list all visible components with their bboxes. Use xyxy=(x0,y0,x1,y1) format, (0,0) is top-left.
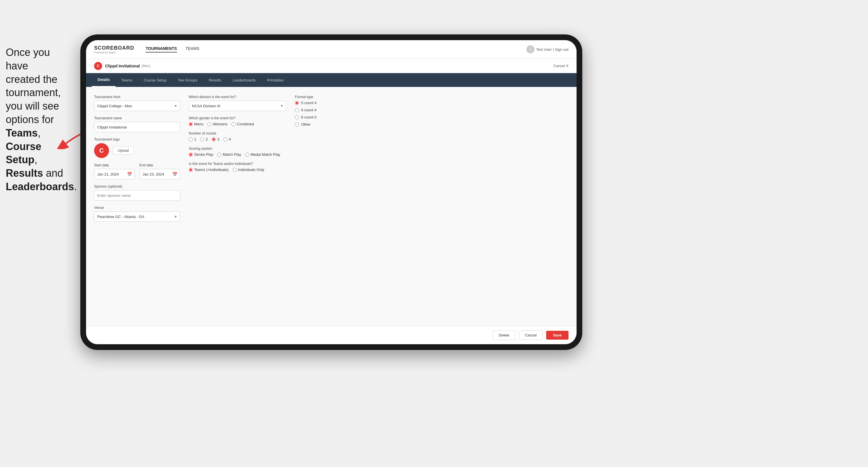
tournament-name-input[interactable] xyxy=(94,122,180,132)
tab-course-setup[interactable]: Course Setup xyxy=(138,73,173,87)
tablet-device: SCOREBOARD Powered by clippd TOURNAMENTS… xyxy=(80,34,582,350)
tab-printables[interactable]: Printables xyxy=(261,73,289,87)
logo-area: SCOREBOARD Powered by clippd xyxy=(94,45,134,54)
breadcrumb-tag: (Men) xyxy=(142,64,150,68)
venue-label: Venue xyxy=(94,206,180,210)
tab-tee-groups[interactable]: Tee Groups xyxy=(172,73,203,87)
scoring-medal-radio[interactable] xyxy=(245,153,249,157)
scoring-stroke-radio[interactable] xyxy=(189,153,193,157)
start-date-label: Start date xyxy=(94,163,135,167)
format-label: Format type xyxy=(295,95,375,99)
gender-womens[interactable]: Womens xyxy=(207,122,227,126)
right-column: Format type 5 count 4 6 count 4 xyxy=(295,95,375,227)
cancel-button[interactable]: Cancel xyxy=(519,331,542,340)
instruction-text: Once you have created the tournament, yo… xyxy=(0,46,69,194)
date-row: Start date 📅 End date 📅 xyxy=(94,163,180,179)
tab-details[interactable]: Details xyxy=(92,73,116,87)
scoring-match[interactable]: Match Play xyxy=(217,152,241,157)
scoring-radio-group: Stroke Play Match Play Medal Match Play xyxy=(189,152,286,157)
user-area: T Test User | Sign out xyxy=(526,45,568,53)
start-date-input[interactable] xyxy=(94,169,135,179)
tournament-host-select-wrapper: Clippd College - Men ▼ xyxy=(94,101,180,111)
rounds-3-radio[interactable] xyxy=(212,137,216,142)
scoring-label: Scoring system xyxy=(189,147,286,151)
breadcrumb-title: Clippd Invitational xyxy=(105,64,140,68)
format-5count4[interactable]: 5 count 4 xyxy=(295,101,375,105)
user-label[interactable]: Test User | Sign out xyxy=(536,47,568,52)
individuals-only-radio[interactable] xyxy=(232,168,237,172)
start-date-wrapper: 📅 xyxy=(94,169,135,179)
teams-plus-individuals[interactable]: Teams (+Individuals) xyxy=(189,167,228,172)
format-6count4-radio[interactable] xyxy=(295,108,299,112)
delete-button[interactable]: Delete xyxy=(493,331,516,340)
gender-mens-radio[interactable] xyxy=(189,122,193,126)
division-select[interactable]: NCAA Division III xyxy=(189,101,286,111)
rounds-3[interactable]: 3 xyxy=(212,137,219,142)
format-other-radio[interactable] xyxy=(295,123,299,126)
rounds-2[interactable]: 2 xyxy=(200,137,208,142)
action-bar: Delete Cancel Save xyxy=(86,326,577,344)
individuals-only[interactable]: Individuals Only xyxy=(232,167,265,172)
logo-upload-area: C Upload xyxy=(94,143,180,158)
division-label: Which division is the event for? xyxy=(189,95,286,99)
cancel-link[interactable]: Cancel X xyxy=(553,64,568,68)
division-select-wrapper: NCAA Division III ▼ xyxy=(189,101,286,111)
end-date-input[interactable] xyxy=(140,169,180,179)
sponsor-group: Sponsor (optional) xyxy=(94,184,180,200)
rounds-1-radio[interactable] xyxy=(189,137,193,142)
gender-combined[interactable]: Combined xyxy=(231,122,254,126)
gender-group: Which gender is the event for? Mens Wome… xyxy=(189,116,286,126)
gender-combined-radio[interactable] xyxy=(231,122,236,126)
upload-button[interactable]: Upload xyxy=(113,147,134,155)
scoring-group: Scoring system Stroke Play Match Play xyxy=(189,147,286,157)
gender-radio-group: Mens Womens Combined xyxy=(189,122,286,126)
gender-mens[interactable]: Mens xyxy=(189,122,204,126)
tournament-host-select[interactable]: Clippd College - Men xyxy=(94,101,180,111)
format-6count5-radio[interactable] xyxy=(295,115,299,119)
teams-radio-group: Teams (+Individuals) Individuals Only xyxy=(189,167,286,172)
teams-plus-radio[interactable] xyxy=(189,168,193,172)
scoring-medal[interactable]: Medal Match Play xyxy=(245,152,280,157)
left-column: Tournament Host Clippd College - Men ▼ T… xyxy=(94,95,180,227)
scoring-match-radio[interactable] xyxy=(217,153,221,157)
logo-circle: C xyxy=(94,143,109,158)
gender-womens-radio[interactable] xyxy=(207,122,211,126)
rounds-radio-group: 1 2 3 4 xyxy=(189,137,286,142)
tournament-icon: C xyxy=(94,62,102,70)
rounds-4[interactable]: 4 xyxy=(223,137,231,142)
tournament-name-group: Tournament name xyxy=(94,116,180,132)
end-date-group: End date 📅 xyxy=(140,163,180,179)
teams-group: Is this event for Teams and/or Individua… xyxy=(189,162,286,172)
logo-title: SCOREBOARD xyxy=(94,45,134,51)
tabs-bar: Details Teams Course Setup Tee Groups Re… xyxy=(86,73,577,87)
tab-teams[interactable]: Teams xyxy=(116,73,138,87)
scoring-stroke[interactable]: Stroke Play xyxy=(189,152,213,157)
sponsor-label: Sponsor (optional) xyxy=(94,184,180,188)
format-6count5[interactable]: 6 count 5 xyxy=(295,115,375,119)
user-avatar: T xyxy=(526,45,534,53)
format-6count4[interactable]: 6 count 4 xyxy=(295,108,375,112)
venue-select[interactable]: Peachtree GC - Atlanta - GA xyxy=(94,211,180,222)
tab-leaderboards[interactable]: Leaderboards xyxy=(227,73,261,87)
tournament-logo-group: Tournament logo C Upload xyxy=(94,137,180,158)
sponsor-input[interactable] xyxy=(94,190,180,200)
end-date-wrapper: 📅 xyxy=(140,169,180,179)
gender-label: Which gender is the event for? xyxy=(189,116,286,120)
end-date-label: End date xyxy=(140,163,180,167)
format-radio-group: 5 count 4 6 count 4 6 count 5 xyxy=(295,101,375,126)
nav-tournaments[interactable]: TOURNAMENTS xyxy=(146,46,177,53)
venue-group: Venue Peachtree GC - Atlanta - GA ▼ xyxy=(94,206,180,222)
logo-subtitle: Powered by clippd xyxy=(94,51,134,54)
format-5count4-radio[interactable] xyxy=(295,101,299,105)
save-button[interactable]: Save xyxy=(546,331,568,340)
rounds-1[interactable]: 1 xyxy=(189,137,196,142)
rounds-group: Number of rounds 1 2 xyxy=(189,131,286,142)
rounds-4-radio[interactable] xyxy=(223,137,227,142)
tournament-host-group: Tournament Host Clippd College - Men ▼ xyxy=(94,95,180,111)
venue-select-wrapper: Peachtree GC - Atlanta - GA ▼ xyxy=(94,211,180,222)
tab-results[interactable]: Results xyxy=(203,73,227,87)
nav-teams[interactable]: TEAMS xyxy=(186,46,199,53)
format-other[interactable]: Other xyxy=(295,122,375,126)
rounds-2-radio[interactable] xyxy=(200,137,204,142)
middle-column: Which division is the event for? NCAA Di… xyxy=(189,95,286,227)
